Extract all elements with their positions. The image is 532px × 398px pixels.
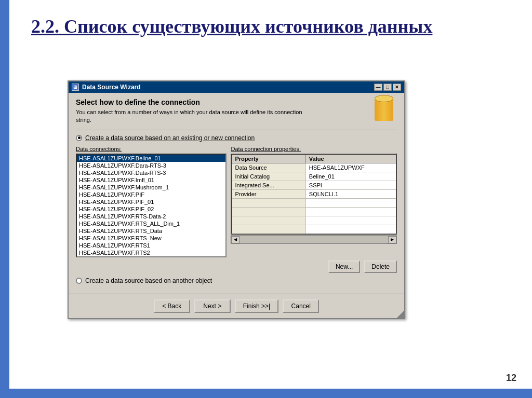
prop-label-catalog: Initial Catalog [231, 172, 305, 181]
hscroll-left-btn[interactable]: ◀ [231, 236, 240, 243]
radio-option-2-btn[interactable] [76, 278, 82, 284]
properties-column: Data connection properties: Property Val… [231, 146, 397, 257]
dialog-title-left: ⊞ Data Source Wizard [72, 84, 141, 91]
prop-row-provider: Provider SQLNCLI.1 [231, 189, 396, 198]
list-item[interactable]: HSE-ASAL1ZUPWXF.Beline_01 [77, 155, 225, 162]
prop-row-catalog: Initial Catalog Beline_01 [231, 172, 396, 181]
page-number: 12 [506, 373, 516, 383]
dialog-description: You can select from a number of ways in … [76, 108, 310, 125]
next-button[interactable]: Next > [194, 299, 231, 313]
prop-label-provider: Provider [231, 189, 305, 198]
properties-label: Data connection properties: [231, 146, 397, 152]
radio-option-2-label: Create a data source based on another ob… [85, 277, 212, 284]
dialog-header-text: Select how to define the connection You … [76, 98, 310, 125]
database-icon [371, 98, 397, 124]
cancel-button[interactable]: Cancel [283, 299, 319, 313]
dialog-titlebar: ⊞ Data Source Wizard — □ ✕ [69, 81, 404, 93]
list-item[interactable]: HSE-ASAL1ZUPWXF.Data-RTS-3 [77, 169, 225, 176]
prop-label-integrated: Integrated Se... [231, 181, 305, 189]
prop-value-datasource: HSE-ASAL1ZUPWXF [305, 163, 396, 172]
prop-row-empty2 [231, 207, 396, 216]
dialog-controls: — □ ✕ [374, 84, 401, 91]
list-item[interactable]: HSE-ASAL1ZUPWXF.RTS_ALL_Dim_1 [77, 220, 225, 227]
slide: 2.2. Список существующих источников данн… [0, 0, 532, 398]
prop-row-integrated: Integrated Se... SSPI [231, 181, 396, 189]
dialog-app-icon: ⊞ [72, 84, 79, 91]
list-item[interactable]: HSE-ASAL1ZUPWXF.PIF_01 [77, 198, 225, 205]
list-item[interactable]: HSE-ASAL1ZUPWXF.PIF [77, 191, 225, 198]
dialog-footer: < Back Next > Finish >>| Cancel [69, 294, 404, 318]
dialog-title-text: Data Source Wizard [82, 84, 141, 91]
prop-row-empty1 [231, 198, 396, 207]
list-item[interactable]: HSE-ASAL1ZUPWXF.Imfl_01 [77, 176, 225, 184]
prop-value-integrated: SSPI [305, 181, 396, 189]
resize-handle[interactable] [397, 311, 404, 318]
new-button[interactable]: New... [328, 260, 360, 273]
two-col-area: Data connections: HSE-ASAL1ZUPWXF.Beline… [76, 146, 397, 257]
list-item[interactable]: HSE-ASAL1ZUPWXF.RTS2 [77, 249, 225, 256]
db-cylinder-shape [375, 98, 393, 121]
hscroll-right-btn[interactable]: ▶ [388, 236, 396, 243]
dialog-body: Select how to define the connection You … [69, 93, 404, 294]
connections-column: Data connections: HSE-ASAL1ZUPWXF.Beline… [76, 146, 227, 257]
dialog-window: ⊞ Data Source Wizard — □ ✕ Select how to… [68, 80, 405, 319]
hscroll-track [240, 236, 388, 243]
minimize-button[interactable]: — [374, 84, 382, 91]
prop-value-provider: SQLNCLI.1 [305, 189, 396, 198]
prop-value-catalog: Beline_01 [305, 172, 396, 181]
prop-header-property: Property [231, 154, 305, 163]
close-button[interactable]: ✕ [393, 84, 401, 91]
dialog-header: Select how to define the connection You … [76, 98, 397, 125]
list-item[interactable]: HSE-ASAL1ZUPWXF.RTS-Data-2 [77, 213, 225, 220]
new-delete-row: New... Delete [76, 260, 397, 273]
finish-button[interactable]: Finish >>| [235, 299, 278, 313]
list-item[interactable]: HSE-ASAL1ZUPWXF.RTS1 [77, 242, 225, 249]
properties-hscrollbar[interactable]: ◀ ▶ [231, 236, 397, 244]
connections-listbox[interactable]: HSE-ASAL1ZUPWXF.Beline_01 HSE-ASAL1ZUPWX… [76, 154, 227, 257]
list-item[interactable]: HSE-ASAL1ZUPWXF.RTS_New [77, 235, 225, 242]
connections-list-inner: HSE-ASAL1ZUPWXF.Beline_01 HSE-ASAL1ZUPWX… [77, 155, 225, 256]
delete-button[interactable]: Delete [364, 260, 397, 273]
list-item[interactable]: HSE-ASAL1ZUPWXF.Dara-RTS-3 [77, 162, 225, 169]
prop-header-value: Value [305, 154, 396, 163]
prop-label-datasource: Data Source [231, 163, 305, 172]
back-button[interactable]: < Back [154, 299, 190, 313]
connections-label: Data connections: [76, 146, 227, 152]
dialog-heading: Select how to define the connection [76, 98, 310, 106]
radio-option-1-row[interactable]: Create a data source based on an existin… [76, 134, 397, 142]
radio-option-1-label: Create a data source based on an existin… [85, 134, 255, 142]
prop-row-datasource: Data Source HSE-ASAL1ZUPWXF [231, 163, 396, 172]
prop-row-empty3 [231, 216, 396, 225]
maximize-button[interactable]: □ [383, 84, 392, 91]
page-title: 2.2. Список существующих источников данн… [31, 16, 511, 38]
list-item[interactable]: HSE-ASAL1ZUPWXF.PIF_02 [77, 205, 225, 213]
list-item[interactable]: HSE-ASAL1ZUPWXF.RTS_Data [77, 227, 225, 235]
radio-option-1-btn[interactable] [76, 135, 82, 141]
prop-row-empty4 [231, 225, 396, 234]
radio-option-2-row[interactable]: Create a data source based on another ob… [76, 277, 397, 284]
properties-table: Property Value Data Source HSE-ASAL1ZUPW… [231, 154, 397, 235]
header-separator [76, 130, 397, 130]
list-item[interactable]: HSE-ASAL1ZUPWXF.Mushroom_1 [77, 184, 225, 191]
